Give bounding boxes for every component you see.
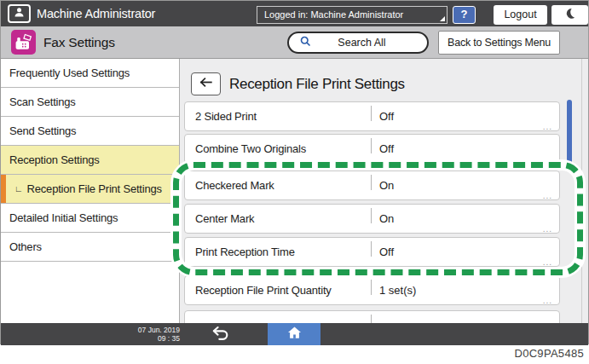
device-screen: Machine Administrator Logged in: Machine… (0, 0, 589, 344)
logged-in-dropdown[interactable]: Logged in: Machine Administrator (257, 6, 448, 24)
more-indicator-icon: ... (543, 191, 552, 200)
moon-icon (563, 7, 576, 23)
time-label: 09 : 35 (95, 334, 180, 343)
row-divider (371, 175, 372, 190)
setting-row-print-reception-time[interactable]: Print Reception Time Off ... (184, 237, 560, 267)
home-icon (286, 325, 303, 344)
screenshot-root: Machine Administrator Logged in: Machine… (0, 0, 589, 364)
setting-label: Combine Two Originals (195, 135, 306, 163)
sidebar-item-label: Detailed Initial Settings (9, 211, 118, 224)
sidebar-item-send-settings[interactable]: Send Settings (1, 117, 179, 146)
user-button[interactable] (8, 4, 31, 23)
more-indicator-icon: ... (543, 122, 552, 131)
scrollbar-track (581, 59, 582, 323)
app-header-bar: Fax Settings Search All Back to Settings… (1, 26, 588, 59)
sidebar-item-detailed-initial-settings[interactable]: Detailed Initial Settings (1, 204, 179, 233)
setting-label: Reception File Print Quantity (195, 276, 332, 304)
undo-back-button[interactable] (204, 323, 238, 345)
sidebar-item-label: Others (9, 240, 42, 253)
row-divider (371, 106, 372, 121)
setting-value: Off (379, 102, 394, 130)
figure-caption: D0C9PA5485 (514, 347, 584, 360)
setting-label: Center Mark (195, 205, 254, 233)
sidebar-item-label: Reception File Print Settings (27, 182, 162, 195)
setting-value: On (379, 205, 394, 233)
setting-value: On (379, 171, 394, 199)
setting-row-center-mark[interactable]: Center Mark On ... (184, 204, 560, 234)
sub-item-marker-icon: ∟ (14, 184, 23, 194)
panel-title: Reception File Print Settings (229, 72, 405, 95)
search-all-button[interactable]: Search All (287, 32, 429, 54)
setting-value: 1 set(s) (379, 276, 416, 304)
sidebar-item-reception-file-print-settings[interactable]: ∟ Reception File Print Settings (1, 175, 179, 204)
back-button[interactable] (191, 72, 221, 95)
sidebar-item-label: Reception Settings (9, 153, 100, 166)
more-indicator-icon: ... (543, 257, 552, 267)
user-icon (13, 6, 26, 22)
undo-arrow-icon (211, 325, 231, 344)
home-button[interactable] (268, 323, 320, 345)
date-label: 07 Jun. 2019 (95, 326, 180, 334)
top-status-bar: Machine Administrator Logged in: Machine… (1, 1, 588, 26)
setting-label: 2 Sided Print (195, 102, 257, 130)
setting-row-checkered-mark[interactable]: Checkered Mark On ... (184, 170, 560, 200)
setting-value: Off (379, 135, 394, 163)
setting-row-reception-file-print-quantity[interactable]: Reception File Print Quantity 1 set(s) .… (184, 275, 560, 305)
setting-row-2-sided-print[interactable]: 2 Sided Print Off ... (184, 101, 560, 131)
setting-value: Off (379, 238, 394, 266)
setting-label: Print Reception Time (195, 238, 295, 266)
back-arrow-icon (198, 74, 214, 94)
sidebar-item-label: Scan Settings (9, 95, 76, 108)
date-time-display: 07 Jun. 2019 09 : 35 (95, 326, 180, 343)
back-to-settings-menu-button[interactable]: Back to Settings Menu (438, 31, 560, 55)
sidebar-item-others[interactable]: Others (1, 233, 179, 262)
row-divider (371, 208, 372, 223)
sidebar-item-reception-settings[interactable]: Reception Settings (1, 146, 179, 175)
setting-row-partial[interactable] (184, 310, 560, 323)
row-divider (371, 280, 372, 295)
more-indicator-icon: ... (543, 296, 552, 305)
logged-in-label: Logged in: Machine Administrator (264, 9, 403, 20)
sidebar-item-scan-settings[interactable]: Scan Settings (1, 88, 179, 117)
fax-settings-icon (11, 30, 36, 55)
energy-saver-button[interactable] (551, 5, 588, 25)
help-button[interactable]: ? (453, 6, 476, 24)
setting-label: Checkered Mark (195, 171, 274, 199)
logout-button[interactable]: Logout (494, 5, 547, 25)
search-icon (289, 35, 312, 51)
user-name-label: Machine Administrator (37, 1, 155, 26)
sidebar-item-label: Frequently Used Settings (9, 66, 130, 79)
sidebar-item-label: Send Settings (9, 124, 76, 137)
settings-panel: Reception File Print Settings 2 Sided Pr… (180, 59, 588, 323)
row-divider (371, 241, 372, 257)
more-indicator-icon: ... (543, 154, 552, 164)
sidebar-item-frequently-used-settings[interactable]: Frequently Used Settings (1, 59, 179, 88)
active-item-accent-bar (1, 175, 6, 203)
content-area: Frequently Used Settings Scan Settings S… (1, 59, 588, 323)
row-divider (371, 315, 372, 323)
more-indicator-icon: ... (543, 224, 552, 234)
row-divider (371, 138, 372, 153)
bottom-nav-bar: 07 Jun. 2019 09 : 35 (1, 323, 588, 345)
search-label: Search All (312, 37, 427, 49)
page-title: Fax Settings (43, 26, 115, 59)
setting-row-combine-two-originals[interactable]: Combine Two Originals Off ... (184, 134, 560, 164)
settings-sidebar: Frequently Used Settings Scan Settings S… (1, 59, 180, 323)
dropdown-corner-icon (440, 16, 445, 21)
scrollbar-thumb[interactable] (567, 100, 572, 165)
